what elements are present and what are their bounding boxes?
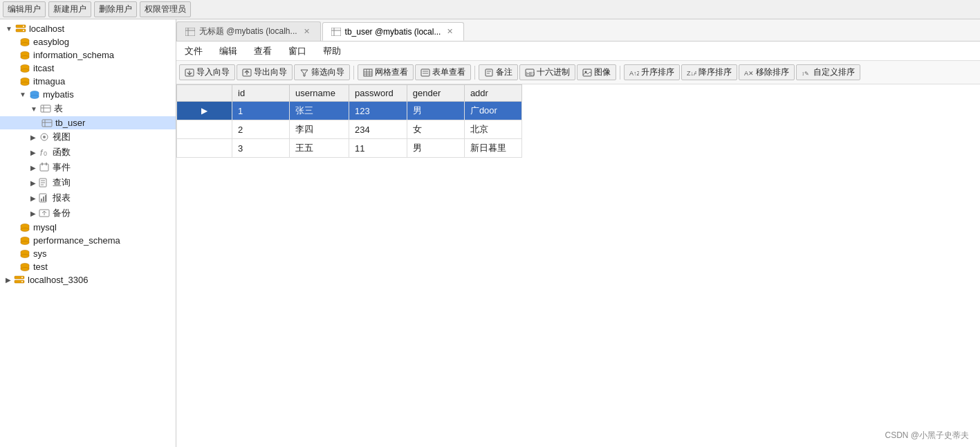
sidebar-item-funcs[interactable]: ▶ f 0 函数 [0,145,176,160]
sidebar: ▼ localhost easyblog information_schema … [0,19,176,447]
sidebar-label-easyblog: easyblog [33,37,69,47]
sidebar-item-test[interactable]: test [0,260,176,273]
db-icon-itmagua [19,77,30,86]
table-row[interactable]: ▶ 1 张三 123 男 广door [177,102,522,120]
edit-user-button[interactable]: 编辑用户 [3,1,46,17]
tab-untitled-label: 无标题 @mybatis (localh... [199,26,297,37]
sidebar-item-sys[interactable]: sys [0,247,176,260]
custom-sort-button[interactable]: ↕✎ 自定义排序 [796,64,860,80]
sidebar-item-mysql[interactable]: mysql [0,221,176,234]
sidebar-label-test: test [33,262,48,272]
sidebar-item-itmagua[interactable]: itmagua [0,75,176,88]
sidebar-item-events[interactable]: ▶ 事件 [0,160,176,175]
chevron-down-icon: ▼ [6,25,12,33]
cell-password-2[interactable]: 234 [349,120,407,139]
col-header-username[interactable]: username [290,85,349,102]
chevron-views: ▶ [30,134,36,141]
right-content: 无标题 @mybatis (localh... ✕ tb_user @mybat… [176,19,980,447]
remove-sort-button[interactable]: A✕ 移除排序 [739,64,795,80]
sidebar-item-localhost-3306[interactable]: ▶ localhost_3306 [0,273,176,286]
sidebar-item-views[interactable]: ▶ 视图 [0,129,176,145]
chevron-backup: ▶ [30,210,36,217]
new-user-button[interactable]: 新建用户 [48,1,91,17]
col-header-addr[interactable]: addr [464,85,521,102]
cell-username-2[interactable]: 李四 [290,120,349,139]
svg-point-36 [43,136,46,138]
note-button[interactable]: 备注 [479,64,518,80]
tab-close-1[interactable]: ✕ [302,26,312,37]
table-header-row: id username password gender addr [177,85,522,102]
sidebar-item-itcast[interactable]: itcast [0,62,176,75]
col-header-password[interactable]: password [349,85,407,102]
svg-point-3 [23,30,24,31]
sidebar-label-tb-user: tb_user [55,118,85,128]
note-icon [484,69,494,77]
permission-button[interactable]: 权限管理员 [140,1,191,17]
image-button[interactable]: 图像 [577,64,616,80]
cell-password-3[interactable]: 11 [349,139,407,158]
export-wizard-button[interactable]: 导出向导 [237,64,293,80]
delete-user-button[interactable]: 删除用户 [94,1,137,17]
col-header-id[interactable]: id [232,85,290,102]
sidebar-item-localhost[interactable]: ▼ localhost [0,22,176,35]
export-label: 导出向导 [254,66,287,78]
table-row[interactable]: 2 李四 234 女 北京 [177,120,522,139]
sidebar-item-queries[interactable]: ▶ 查询 [0,175,176,190]
svg-rect-100 [583,69,591,76]
toolbar: 导入向导 导出向导 筛选向导 网格查看 表单查看 备注 [176,61,980,84]
row-indicator-3 [177,139,232,158]
watermark: CSDN @小黑子史蒂夫 [885,430,969,441]
cell-username-3[interactable]: 王五 [290,139,349,158]
cell-password-1[interactable]: 123 [349,102,407,120]
note-label: 备注 [496,66,512,78]
svg-point-66 [21,254,29,257]
menu-help[interactable]: 帮助 [320,44,344,59]
cell-addr-2[interactable]: 北京 [464,120,521,139]
sidebar-item-backup[interactable]: ▶ 备份 [0,206,176,221]
menu-window[interactable]: 窗口 [286,44,309,59]
func-icon: f 0 [39,147,50,157]
cell-id-3[interactable]: 3 [232,139,290,158]
sidebar-label-mysql: mysql [33,222,57,232]
svg-text:A↑Z: A↑Z [629,70,639,77]
hex-button[interactable]: HEX 十六进制 [519,64,575,80]
menu-edit[interactable]: 编辑 [216,44,240,59]
svg-text:A✕: A✕ [744,70,754,77]
menu-file[interactable]: 文件 [182,44,205,59]
col-header-gender[interactable]: gender [407,85,464,102]
cell-gender-1[interactable]: 男 [407,102,464,120]
svg-rect-48 [43,197,44,201]
svg-point-61 [21,241,29,244]
filter-wizard-button[interactable]: 筛选向导 [294,64,350,80]
cell-gender-3[interactable]: 男 [407,139,464,158]
cell-addr-1[interactable]: 广door [464,102,521,120]
sidebar-item-information-schema[interactable]: information_schema [0,48,176,62]
sidebar-label-localhost-3306: localhost_3306 [28,275,88,285]
sidebar-item-mybatis[interactable]: ▼ mybatis [0,88,176,101]
cell-id-1[interactable]: 1 [232,102,290,120]
desc-sort-button[interactable]: Z↓A 降序排序 [681,64,737,80]
tab-untitled[interactable]: 无标题 @mybatis (localh... ✕ [176,21,321,41]
sidebar-item-performance[interactable]: performance_schema [0,234,176,247]
cell-id-2[interactable]: 2 [232,120,290,139]
sidebar-item-easyblog[interactable]: easyblog [0,35,176,48]
tab-close-2[interactable]: ✕ [445,26,455,37]
cell-gender-2[interactable]: 女 [407,120,464,139]
tab-tb-user[interactable]: tb_user @mybatis (local... ✕ [322,22,465,41]
svg-rect-79 [331,28,341,36]
hex-icon: HEX [525,69,535,77]
sidebar-item-reports[interactable]: ▶ 报表 [0,190,176,206]
sidebar-item-tables-folder[interactable]: ▼ 表 [0,101,176,116]
table-row[interactable]: 3 王五 11 男 新日暮里 [177,139,522,158]
sidebar-item-tb-user[interactable]: tb_user [0,116,176,129]
asc-sort-button[interactable]: A↑Z 升序排序 [624,64,680,80]
desc-icon: Z↓A [687,69,696,77]
cell-username-1[interactable]: 张三 [290,102,349,120]
db-icon-info [19,51,30,60]
cell-addr-3[interactable]: 新日暮里 [464,139,521,158]
svg-point-23 [21,82,29,85]
menu-view[interactable]: 查看 [251,44,275,59]
import-wizard-button[interactable]: 导入向导 [179,64,235,80]
grid-view-button[interactable]: 网格查看 [358,64,414,80]
form-view-button[interactable]: 表单查看 [415,64,471,80]
